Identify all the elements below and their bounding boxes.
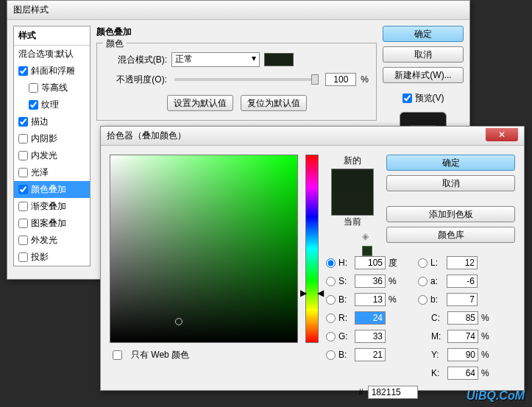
style-item[interactable]: 斜面和浮雕	[14, 63, 90, 79]
ls-newstyle-button[interactable]: 新建样式(W)...	[383, 67, 464, 83]
ls-ok-button[interactable]: 确定	[383, 26, 464, 42]
web-only-label: 只有 Web 颜色	[131, 349, 189, 361]
new-label: 新的	[344, 155, 361, 167]
ls-cancel-button[interactable]: 取消	[383, 46, 464, 63]
h-input[interactable]	[355, 256, 386, 269]
layer-style-titlebar[interactable]: 图层样式	[7, 1, 469, 20]
cp-ok-button[interactable]: 确定	[386, 155, 515, 171]
style-checkbox[interactable]	[29, 100, 38, 110]
h-radio[interactable]	[326, 258, 336, 268]
style-checkbox[interactable]	[18, 117, 28, 127]
styles-list: 样式 混合选项:默认 斜面和浮雕等高线纹理描边内阴影内发光光泽颜色叠加渐变叠加图…	[13, 26, 91, 266]
style-item[interactable]: 图案叠加	[14, 215, 90, 232]
l-input[interactable]	[447, 256, 478, 269]
style-item[interactable]: 等高线	[14, 79, 90, 96]
color-lib-button[interactable]: 颜色库	[386, 227, 515, 243]
style-label: 外发光	[31, 234, 57, 247]
current-label: 当前	[344, 216, 361, 228]
style-checkbox[interactable]	[18, 185, 28, 194]
color-fieldset: 颜色 混合模式(B): 正常▾ 不透明度(O): % 设置为默认值 复位为默认值	[96, 43, 377, 121]
hue-slider-thumb: ▶◀	[300, 288, 324, 298]
opacity-slider[interactable]	[174, 78, 318, 81]
b-input[interactable]	[355, 293, 386, 306]
preview-checkbox[interactable]	[402, 93, 412, 103]
style-item[interactable]: 内发光	[14, 147, 90, 164]
preview-checkbox-row[interactable]: 预览(V)	[383, 92, 464, 105]
reset-default-button[interactable]: 复位为默认值	[241, 95, 307, 111]
s-radio[interactable]	[326, 277, 336, 286]
g-radio[interactable]	[326, 332, 336, 341]
style-checkbox[interactable]	[18, 134, 28, 144]
l-radio[interactable]	[418, 258, 428, 268]
c-input[interactable]	[447, 311, 478, 325]
style-checkbox[interactable]	[18, 202, 28, 211]
style-checkbox[interactable]	[18, 168, 28, 177]
style-item[interactable]: 光泽	[14, 164, 90, 181]
web-only-checkbox[interactable]	[113, 350, 122, 360]
opacity-label: 不透明度(O):	[104, 74, 167, 86]
style-item[interactable]: 渐变叠加	[14, 198, 90, 215]
style-label: 等高线	[41, 82, 68, 94]
style-checkbox[interactable]	[18, 151, 28, 160]
y-input[interactable]	[447, 348, 478, 361]
style-checkbox[interactable]	[18, 236, 28, 245]
bb-radio[interactable]	[326, 350, 336, 360]
style-item[interactable]: 外发光	[14, 232, 90, 249]
hex-input[interactable]	[368, 386, 418, 399]
lb-radio[interactable]	[418, 295, 428, 305]
style-item[interactable]: 描边	[14, 113, 90, 130]
g-input[interactable]	[355, 330, 386, 343]
current-color-swatch[interactable]	[332, 192, 373, 215]
style-item[interactable]: 内阴影	[14, 130, 90, 147]
r-radio[interactable]	[326, 314, 336, 323]
blend-options-item[interactable]: 混合选项:默认	[14, 46, 90, 63]
style-label: 内发光	[31, 149, 57, 162]
a-input[interactable]	[447, 275, 478, 288]
style-item[interactable]: 投影	[14, 249, 90, 266]
style-label: 描边	[31, 116, 49, 128]
warning-swatch[interactable]	[362, 246, 372, 256]
m-input[interactable]	[447, 330, 478, 343]
overlay-color-swatch[interactable]	[264, 53, 294, 66]
fieldset-title: 颜色	[103, 38, 127, 50]
cp-cancel-button[interactable]: 取消	[386, 175, 515, 191]
new-color-swatch[interactable]	[332, 169, 373, 192]
a-radio[interactable]	[418, 277, 428, 286]
style-label: 光泽	[31, 166, 49, 179]
style-label: 颜色叠加	[31, 183, 66, 196]
styles-header[interactable]: 样式	[14, 26, 90, 46]
opacity-input[interactable]	[325, 73, 356, 86]
bb-input[interactable]	[355, 348, 386, 361]
layer-style-title: 图层样式	[13, 4, 49, 16]
k-input[interactable]	[447, 367, 478, 380]
color-picker-title: 拾色器（叠加颜色）	[107, 130, 186, 142]
style-checkbox[interactable]	[18, 252, 28, 262]
color-picker-body: 只有 Web 颜色 ▶◀ 新的 当前 ◈	[101, 146, 524, 407]
blend-mode-label: 混合模式(B):	[104, 54, 167, 66]
lb-input[interactable]	[447, 293, 478, 306]
set-default-button[interactable]: 设置为默认值	[167, 95, 233, 111]
style-checkbox[interactable]	[29, 83, 38, 93]
color-preview: 新的 当前 ◈	[326, 155, 379, 256]
style-checkbox[interactable]	[18, 219, 28, 228]
cube-icon[interactable]: ◈	[362, 231, 372, 241]
preview-label: 预览(V)	[415, 92, 444, 105]
style-label: 渐变叠加	[31, 200, 66, 213]
b-radio[interactable]	[326, 295, 336, 305]
lab-cmyk-column: L: a: b: C:% M:% Y:% K:%	[418, 256, 493, 380]
style-checkbox[interactable]	[18, 66, 28, 76]
style-label: 内阴影	[31, 132, 57, 145]
style-item[interactable]: 纹理	[14, 96, 90, 113]
color-picker-titlebar[interactable]: 拾色器（叠加颜色） ✕	[101, 127, 524, 146]
hex-label: #	[358, 387, 363, 397]
r-input[interactable]	[355, 311, 386, 325]
style-label: 图案叠加	[31, 217, 66, 230]
style-label: 投影	[31, 251, 49, 263]
close-icon[interactable]: ✕	[486, 128, 518, 141]
blend-mode-select[interactable]: 正常▾	[171, 52, 260, 67]
hue-slider[interactable]: ▶◀	[305, 155, 319, 343]
style-item[interactable]: 颜色叠加	[14, 181, 90, 198]
color-field[interactable]	[110, 155, 298, 343]
add-swatch-button[interactable]: 添加到色板	[386, 206, 515, 222]
s-input[interactable]	[355, 275, 386, 288]
